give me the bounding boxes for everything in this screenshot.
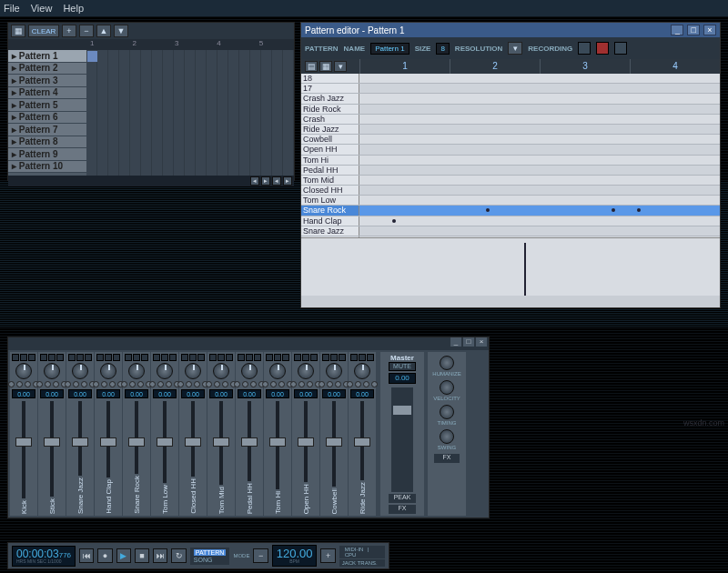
fx2-send-knob[interactable]	[101, 381, 107, 387]
note-cells[interactable]	[359, 186, 720, 195]
instrument-row[interactable]: 18	[301, 74, 720, 84]
fx1-send-knob[interactable]	[234, 381, 240, 387]
pattern-block[interactable]	[87, 51, 97, 62]
song-down-button[interactable]: ▼	[114, 25, 128, 37]
swing-knob[interactable]	[440, 429, 454, 444]
mute-button[interactable]	[274, 354, 281, 361]
instrument-row[interactable]: Closed HH	[301, 186, 720, 196]
mute-button[interactable]	[217, 354, 225, 361]
minimize-icon[interactable]: _	[450, 337, 461, 347]
solo-button[interactable]	[282, 354, 289, 361]
solo-button[interactable]	[197, 354, 205, 361]
pattern-editor-titlebar[interactable]: Pattern editor - Pattern 1 _ □ ×	[301, 23, 720, 37]
instrument-row[interactable]: Ride Rock	[301, 105, 720, 115]
fx1-send-knob[interactable]	[121, 381, 127, 387]
fx2-send-knob[interactable]	[157, 381, 164, 387]
pan-knob[interactable]	[326, 363, 342, 379]
fx2-send-knob[interactable]	[16, 381, 23, 387]
volume-fader[interactable]	[207, 401, 235, 485]
fx3-send-knob[interactable]	[81, 381, 87, 387]
play-sample-button[interactable]	[96, 354, 104, 361]
instrument-name[interactable]: Tom Hi	[301, 156, 359, 165]
rec-button[interactable]: ●	[97, 548, 112, 563]
fx3-send-knob[interactable]	[335, 381, 341, 387]
solo-button[interactable]	[254, 354, 261, 361]
instrument-name[interactable]: Snare Rock	[301, 206, 359, 215]
instrument-name[interactable]: Ride Jazz	[301, 125, 359, 134]
fx3-send-knob[interactable]	[137, 381, 144, 387]
fx2-send-knob[interactable]	[214, 381, 220, 387]
mute-button[interactable]	[302, 354, 309, 361]
volume-fader[interactable]	[66, 401, 94, 476]
velocity-knob[interactable]	[440, 380, 454, 395]
instrument-rows[interactable]: 1817Crash JazzRide RockCrashRide JazzCow…	[301, 74, 720, 237]
note-cells[interactable]	[359, 166, 720, 175]
menu-help[interactable]: Help	[63, 3, 84, 14]
play-sample-button[interactable]	[322, 354, 329, 361]
play-sample-button[interactable]	[68, 354, 76, 361]
maximize-icon[interactable]: □	[687, 25, 700, 35]
note-cells[interactable]	[359, 216, 720, 226]
velocity-bar[interactable]	[524, 243, 526, 296]
play-sample-button[interactable]	[350, 354, 358, 361]
minimize-icon[interactable]: _	[671, 25, 683, 35]
fx2-send-knob[interactable]	[298, 381, 305, 387]
play-sample-button[interactable]	[125, 354, 132, 361]
fx2-send-knob[interactable]	[129, 381, 136, 387]
solo-button[interactable]	[113, 354, 120, 361]
chevron-down-icon[interactable]: ▾	[334, 61, 347, 72]
instrument-row[interactable]: 17	[301, 84, 720, 94]
instrument-row[interactable]: Pedal HH	[301, 166, 720, 176]
fx1-send-knob[interactable]	[65, 381, 71, 387]
pattern-list-item[interactable]: ▸ Pattern 4	[8, 87, 86, 100]
fx2-send-knob[interactable]	[327, 381, 333, 387]
fx2-send-knob[interactable]	[45, 381, 51, 387]
pan-knob[interactable]	[298, 363, 314, 379]
mute-button[interactable]	[76, 354, 84, 361]
timing-knob[interactable]	[440, 405, 454, 419]
pan-knob[interactable]	[44, 363, 60, 379]
clear-button[interactable]: CLEAR	[28, 25, 59, 37]
solo-button[interactable]	[28, 354, 35, 361]
volume-fader[interactable]	[236, 401, 263, 481]
mode-song-button[interactable]: SONG	[194, 557, 227, 563]
fx3-send-knob[interactable]	[109, 381, 116, 387]
instrument-row[interactable]: Crash	[301, 115, 720, 125]
volume-fader[interactable]	[95, 401, 122, 478]
solo-button[interactable]	[85, 354, 92, 361]
instrument-name[interactable]: Crash	[301, 115, 359, 124]
solo-button[interactable]	[367, 354, 374, 361]
instrument-name[interactable]: Tom Mid	[301, 176, 359, 185]
pattern-list-item[interactable]: ▸ Pattern 10	[8, 161, 86, 174]
song-hscroll[interactable]: ◂ ▸ ◂ ▸	[8, 176, 294, 186]
instrument-name[interactable]: Ride Rock	[301, 105, 359, 114]
pan-knob[interactable]	[269, 363, 286, 379]
instrument-name[interactable]: Cowbell	[301, 135, 359, 144]
fx3-send-knob[interactable]	[166, 381, 172, 387]
fx2-send-knob[interactable]	[242, 381, 248, 387]
fx1-send-knob[interactable]	[262, 381, 268, 387]
play-sample-button[interactable]	[209, 354, 217, 361]
note-cells[interactable]	[359, 84, 720, 93]
pattern-name-field[interactable]: Pattern 1	[370, 43, 409, 55]
pattern-list-item[interactable]: ▸ Pattern 9	[8, 148, 86, 161]
note-cells[interactable]	[359, 156, 720, 165]
solo-button[interactable]	[310, 354, 318, 361]
note-cells[interactable]	[359, 74, 720, 83]
fx3-send-knob[interactable]	[194, 381, 200, 387]
instrument-name[interactable]: Open HH	[301, 145, 359, 154]
fx1-send-knob[interactable]	[318, 381, 325, 387]
fx3-send-knob[interactable]	[278, 381, 285, 387]
mute-button[interactable]	[359, 354, 366, 361]
note-cells[interactable]	[359, 105, 720, 114]
loop-button[interactable]: ↻	[171, 548, 186, 563]
fx-button[interactable]: FX	[389, 505, 416, 514]
pan-knob[interactable]	[185, 363, 201, 379]
mute-button[interactable]	[105, 354, 112, 361]
fx1-send-knob[interactable]	[347, 381, 353, 387]
pattern-list-item[interactable]: ▸ Pattern 7	[8, 124, 86, 136]
song-up-button[interactable]: ▲	[96, 25, 111, 37]
close-icon[interactable]: ×	[703, 25, 716, 35]
view-mode-b-button[interactable]: ▦	[319, 61, 332, 72]
mute-button[interactable]	[246, 354, 253, 361]
